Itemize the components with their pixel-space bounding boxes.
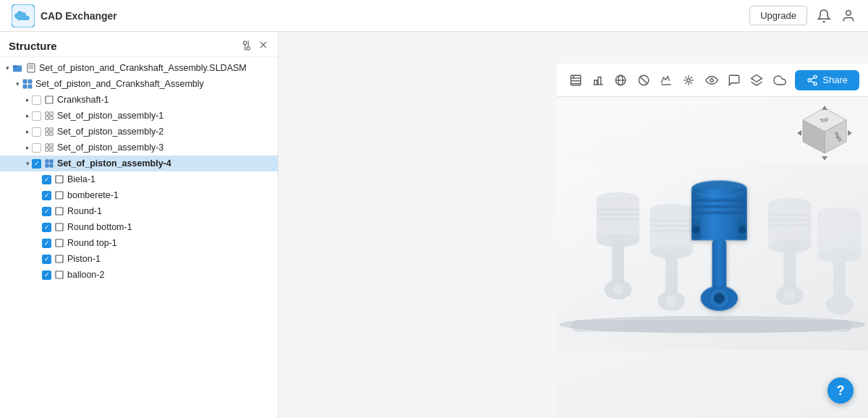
svg-point-120 — [826, 295, 853, 314]
bom-button[interactable] — [566, 68, 585, 93]
svg-rect-33 — [50, 164, 53, 167]
part-icon-round1 — [54, 205, 65, 217]
help-button[interactable]: ? — [827, 378, 854, 404]
user-icon[interactable] — [841, 8, 856, 24]
file-icon — [25, 62, 37, 74]
svg-rect-27 — [50, 144, 53, 147]
svg-rect-29 — [50, 148, 53, 151]
layers-button[interactable] — [747, 68, 767, 93]
tree-item-balloon[interactable]: balloon-2 — [0, 267, 278, 283]
close-icon[interactable] — [258, 39, 269, 51]
tree-label-piston2: Set_of_piston_assembly-2 — [57, 127, 163, 137]
measure-button[interactable] — [656, 68, 676, 93]
svg-rect-17 — [46, 96, 53, 103]
svg-rect-24 — [46, 132, 48, 135]
sidebar-header: Structure — [0, 32, 278, 57]
svg-point-53 — [687, 78, 691, 82]
assembly-icon — [22, 78, 33, 90]
svg-point-96 — [783, 289, 796, 302]
right-panel: Share — [278, 32, 868, 418]
checkbox-piston1[interactable] — [32, 111, 41, 121]
sidebar-tree: Set_of_piston_and_Crankshaft_Assembly.SL… — [0, 57, 278, 418]
part-icon-roundtop — [54, 237, 65, 249]
nav-cube[interactable]: Top Right — [796, 104, 854, 162]
logo-text: CAD Exchanger — [41, 10, 117, 22]
no-button[interactable] — [634, 68, 653, 93]
share-label: Share — [822, 74, 848, 85]
svg-rect-15 — [23, 85, 27, 88]
svg-rect-75 — [597, 218, 639, 221]
explode-button[interactable] — [679, 68, 699, 93]
svg-rect-92 — [769, 219, 811, 221]
svg-point-3 — [247, 47, 250, 51]
svg-rect-101 — [692, 199, 746, 202]
cloud-button[interactable] — [770, 68, 789, 93]
tree-label-balloon: balloon-2 — [67, 270, 104, 280]
checkbox-piston4[interactable] — [32, 159, 41, 169]
comment-button[interactable] — [724, 68, 744, 93]
svg-rect-38 — [56, 239, 63, 247]
tree-item-biela[interactable]: Biela-1 — [0, 171, 278, 187]
toggle-piston2 — [23, 127, 32, 136]
tree-item-piston4[interactable]: Set_of_piston_assembly-4 — [0, 155, 278, 171]
tree-item-pistonpart[interactable]: Piston-1 — [0, 251, 278, 267]
tree-label-round1: Round-1 — [67, 206, 102, 216]
checkbox-balloon[interactable] — [42, 270, 51, 280]
toggle-crankshaft — [23, 95, 32, 104]
checkbox-piston2[interactable] — [32, 127, 41, 137]
eye-button[interactable] — [702, 68, 721, 93]
tree-label-root-file: Set_of_piston_and_Crankshaft_Assembly.SL… — [39, 63, 247, 73]
checkbox-round1[interactable] — [42, 207, 51, 216]
tree-label-piston4: Set_of_piston_assembly-4 — [57, 158, 171, 169]
svg-rect-20 — [46, 116, 48, 119]
svg-line-59 — [691, 82, 692, 83]
svg-line-60 — [691, 77, 692, 78]
toggle-bomberete — [33, 191, 42, 200]
tree-item-piston2[interactable]: Set_of_piston_assembly-2 — [0, 124, 278, 140]
svg-marker-128 — [797, 130, 801, 136]
part-icon-crankshaft — [43, 94, 55, 106]
toggle-pistonpart — [33, 255, 42, 263]
checkbox-roundtop[interactable] — [42, 239, 51, 248]
checkbox-bomberete[interactable] — [42, 191, 51, 200]
svg-rect-36 — [56, 208, 63, 215]
svg-rect-76 — [613, 241, 624, 286]
globe-button[interactable] — [611, 68, 631, 93]
chart-button[interactable] — [588, 68, 608, 93]
tree-item-crankshaft[interactable]: Crankshaft-1 — [0, 92, 278, 108]
viewport[interactable]: Top Right — [557, 97, 868, 418]
checkbox-pistonpart[interactable] — [42, 255, 51, 264]
tree-item-bomberete[interactable]: bomberete-1 — [0, 187, 278, 203]
tree-item-piston3[interactable]: Set_of_piston_assembly-3 — [0, 140, 278, 155]
checkbox-crankshaft[interactable] — [32, 95, 41, 105]
toggle-roundtop — [33, 239, 42, 247]
toggle-round1 — [33, 207, 42, 216]
checkbox-biela[interactable] — [42, 175, 51, 184]
part-icon-pistonpart — [54, 253, 65, 265]
toggle-root — [3, 64, 12, 72]
svg-rect-9 — [13, 66, 17, 68]
assembly-icon-p4 — [43, 158, 55, 169]
svg-rect-98 — [572, 321, 851, 332]
assembly-icon-p3 — [43, 142, 55, 153]
checkbox-roundbottom[interactable] — [42, 223, 51, 232]
tree-label-pistonpart: Piston-1 — [67, 254, 101, 264]
upgrade-button[interactable]: Upgrade — [749, 6, 807, 25]
share-icon — [807, 74, 818, 86]
share-button[interactable]: Share — [795, 70, 859, 90]
checkbox-piston3[interactable] — [32, 143, 41, 153]
svg-rect-40 — [56, 271, 63, 278]
tree-item-roundbottom[interactable]: Round bottom-1 — [0, 219, 278, 235]
part-icon-biela — [54, 174, 65, 185]
tree-item-round1[interactable]: Round-1 — [0, 203, 278, 219]
notification-icon[interactable] — [816, 8, 832, 24]
toolbar: Share — [557, 64, 868, 97]
svg-marker-63 — [752, 74, 762, 82]
tree-item-assembly[interactable]: Set_of_piston_and_Crankshaft_Assembly — [0, 76, 278, 92]
toggle-piston3 — [23, 143, 32, 152]
filter-icon[interactable] — [240, 39, 253, 52]
svg-rect-74 — [597, 213, 639, 216]
tree-item-piston1[interactable]: Set_of_piston_assembly-1 — [0, 108, 278, 124]
tree-item-root-file[interactable]: Set_of_piston_and_Crankshaft_Assembly.SL… — [0, 60, 278, 76]
tree-item-roundtop[interactable]: Round top-1 — [0, 235, 278, 251]
